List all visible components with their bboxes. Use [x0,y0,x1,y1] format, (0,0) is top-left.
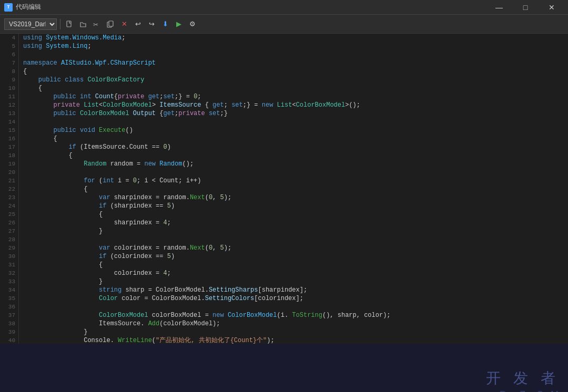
code-line: { [23,151,568,160]
code-line: var colorindex = random.Next(0, 5); [23,244,568,252]
code-line: Random random = new Random(); [23,160,568,168]
redo-button[interactable]: ↪ [146,18,157,30]
app-icon: T [4,3,13,12]
settings-button[interactable]: ⚙ [187,18,198,30]
toolbar-separator-1 [60,19,60,29]
code-line: Color color = ColorBoxModel.SettingColor… [23,294,568,303]
open-file-button[interactable] [77,18,89,30]
code-line [23,303,568,311]
line-numbers: 4 5 6 7 8 9 10 11 12 13 14 15 16 17 18 1… [0,34,19,344]
window-controls[interactable]: — □ ✕ [487,0,564,15]
new-file-button[interactable] [64,18,75,30]
code-line: private List<ColorBoxModel> ItemsSource … [23,101,568,109]
watermark-chinese: 开 发 者 [486,368,560,388]
minimize-button[interactable]: — [487,0,511,15]
editor-area[interactable]: 4 5 6 7 8 9 10 11 12 13 14 15 16 17 18 1… [0,34,568,344]
code-line [23,118,568,126]
code-line: using System.Windows.Media; [23,34,568,42]
close-button[interactable]: ✕ [540,0,564,15]
code-line: Console. WriteLine("产品初始化, 共初始化了{Count}个… [23,336,568,344]
code-line: { [23,84,568,92]
code-line: var sharpindex = random.Next(0, 5); [23,193,568,202]
code-line: { [23,67,568,76]
code-line: { [23,210,568,219]
svg-rect-3 [109,21,113,26]
window-title: 代码编辑 [16,3,41,12]
theme-selector[interactable]: VS2019_Dark VS2019_Light Monokai [4,18,57,30]
code-line: using System.Linq; [23,42,568,50]
code-line: ItemsSource. Add(colorBoxModel); [23,319,568,328]
bottom-area: 开 发 者 DevZe.CoM [0,344,568,392]
code-line: if (colorindex == 5) [23,252,568,261]
run-button[interactable]: ▶ [173,18,185,30]
code-line: namespace AIStudio.Wpf.CSharpScript [23,59,568,67]
code-line: ColorBoxModel colorBoxModel = new ColorB… [23,311,568,319]
code-line: sharpindex = 4; [23,219,568,227]
code-line [23,168,568,177]
code-line: public void Execute() [23,126,568,135]
title-bar: T 代码编辑 — □ ✕ [0,0,568,15]
code-line: public class ColorBoxFactory [23,76,568,84]
code-line: { [23,135,568,143]
svg-text:✂: ✂ [93,21,98,28]
code-line: } [23,277,568,286]
code-content[interactable]: using System.Windows.Media; using System… [19,34,568,344]
code-line [23,50,568,59]
code-line: if (ItemsSource.Count == 0) [23,143,568,151]
toolbar: VS2019_Dark VS2019_Light Monokai ✂ ✕ ↩ ↪… [0,15,568,34]
copy-button[interactable] [105,18,116,30]
maximize-button[interactable]: □ [513,0,537,15]
undo-button[interactable]: ↩ [132,18,144,30]
code-line: public ColorBoxModel Output {get;private… [23,109,568,118]
watermark: 开 发 者 DevZe.CoM [486,368,560,392]
save-button[interactable]: ⬇ [159,18,171,30]
code-line: { [23,185,568,193]
code-line: { [23,261,568,269]
code-line: if (sharpindex == 5) [23,202,568,210]
code-line: for (int i = 0; i < Count; i++) [23,177,568,185]
watermark-url: DevZe.CoM [486,388,560,392]
code-line [23,235,568,244]
code-line: colorindex = 4; [23,269,568,277]
code-line: public int Count{private get;set;} = 0; [23,92,568,101]
svg-rect-0 [67,21,71,27]
cut-button[interactable]: ✂ [91,18,103,30]
code-line: } [23,328,568,336]
delete-button[interactable]: ✕ [118,18,130,30]
code-line: } [23,227,568,235]
code-line: string sharp = ColorBoxModel.SettingShar… [23,286,568,294]
title-bar-left: T 代码编辑 [4,3,41,12]
